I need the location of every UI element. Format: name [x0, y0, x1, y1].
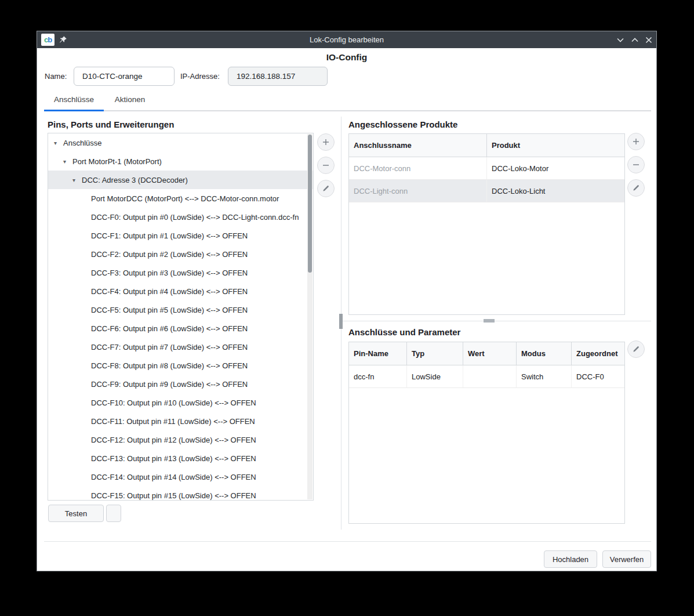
tree-scrollbar-thumb[interactable] — [308, 135, 312, 273]
params-table[interactable]: Pin-NameTypWertModusZugeordnet dcc-fnLow… — [348, 342, 625, 524]
tree-item-label: DCC-F4: Output pin #4 (LowSide) <--> OFF… — [91, 287, 248, 296]
horizontal-splitter — [343, 321, 651, 321]
table-cell: DCC-Light-conn — [349, 180, 487, 202]
tree-item[interactable]: DCC-F15: Output pin #15 (LowSide) <--> O… — [48, 486, 313, 501]
products-section-title: Angeschlossene Produkte — [348, 119, 457, 129]
tab-bar: Anschlüsse Aktionen — [44, 92, 651, 111]
active-tab-indicator — [44, 110, 104, 111]
chevron-up-icon[interactable] — [630, 35, 640, 45]
table-cell: dcc-fn — [349, 365, 407, 387]
tree-item-label: DCC-F15: Output pin #15 (LowSide) <--> O… — [91, 491, 256, 500]
products-table-body: DCC-Motor-connDCC-Loko-MotorDCC-Light-co… — [349, 157, 624, 202]
tree-item-label: DCC: Adresse 3 (DCCDecoder) — [82, 176, 188, 184]
tree-item[interactable]: DCC-F4: Output pin #4 (LowSide) <--> OFF… — [48, 282, 313, 300]
table-row[interactable]: dcc-fnLowSideSwitchDCC-F0 — [349, 365, 624, 388]
tree-item-label: DCC-F8: Output pin #8 (LowSide) <--> OFF… — [91, 361, 248, 370]
column-header[interactable]: Modus — [517, 342, 572, 365]
caret-down-icon[interactable]: ▾ — [63, 158, 72, 165]
pins-section-title: Pins, Ports und Erweiterungen — [48, 119, 174, 129]
table-row[interactable]: DCC-Light-connDCC-Loko-Licht — [349, 180, 624, 202]
products-add-button[interactable] — [627, 133, 645, 150]
tree-item-label: DCC-F9: Output pin #9 (LowSide) <--> OFF… — [91, 380, 248, 389]
lok-config-dialog: cb Lok-Config bearbeiten IO-Config Name:… — [37, 31, 657, 571]
tree-item-label: DCC-F2: Output pin #2 (LowSide) <--> OFF… — [91, 250, 248, 259]
tab-aktionen[interactable]: Aktionen — [104, 92, 156, 109]
tree-item-label: DCC-F3: Output pin #3 (LowSide) <--> OFF… — [91, 269, 248, 277]
name-label: Name: — [45, 72, 67, 81]
tree-scrollbar[interactable] — [307, 134, 313, 499]
tree-item[interactable]: DCC-F9: Output pin #9 (LowSide) <--> OFF… — [48, 375, 313, 393]
window-title: Lok-Config bearbeiten — [37, 31, 656, 48]
titlebar: cb Lok-Config bearbeiten — [37, 31, 656, 48]
tree-item[interactable]: DCC-F13: Output pin #13 (LowSide) <--> O… — [48, 449, 313, 468]
column-header[interactable]: Pin-Name — [349, 342, 407, 365]
tree-item[interactable]: DCC-F7: Output pin #7 (LowSide) <--> OFF… — [48, 338, 313, 356]
column-header[interactable]: Typ — [407, 342, 463, 365]
params-table-header: Pin-NameTypWertModusZugeordnet — [349, 342, 624, 365]
tree-add-button[interactable] — [317, 133, 335, 151]
table-cell: DCC-Loko-Licht — [487, 180, 624, 202]
vertical-splitter-handle[interactable] — [339, 314, 343, 329]
column-header[interactable]: Zugeordnet — [572, 342, 624, 365]
pins-tree[interactable]: ▾Anschlüsse▾Port MotorPt-1 (MotorPort)▾D… — [48, 133, 314, 501]
chevron-down-icon[interactable] — [616, 35, 625, 45]
tree-item[interactable]: DCC-F6: Output pin #6 (LowSide) <--> OFF… — [48, 319, 313, 338]
test-extra-button[interactable] — [106, 505, 121, 522]
close-icon[interactable] — [644, 35, 653, 45]
caret-down-icon[interactable]: ▾ — [72, 177, 82, 183]
tree-item[interactable]: DCC-F2: Output pin #2 (LowSide) <--> OFF… — [48, 245, 313, 263]
tree-item-label: DCC-F14: Output pin #14 (LowSide) <--> O… — [91, 473, 256, 481]
tree-item[interactable]: DCC-F5: Output pin #5 (LowSide) <--> OFF… — [48, 300, 313, 319]
discard-button[interactable]: Verwerfen — [602, 550, 651, 568]
tree-item-label: DCC-F0: Output pin #0 (LowSide) <--> DCC… — [91, 213, 299, 222]
table-cell: DCC-Motor-conn — [349, 157, 487, 179]
params-section-title: Anschlüsse und Parameter — [348, 327, 460, 337]
tree-item[interactable]: DCC-F10: Output pin #10 (LowSide) <--> O… — [48, 393, 313, 412]
tree-item-label: Port MotorPt-1 (MotorPort) — [72, 157, 162, 166]
column-header[interactable]: Wert — [463, 342, 517, 365]
tree-item[interactable]: ▾Port MotorPt-1 (MotorPort) — [48, 152, 313, 171]
tree-item-label: DCC-F13: Output pin #13 (LowSide) <--> O… — [91, 454, 256, 463]
tree-item-label: DCC-F6: Output pin #6 (LowSide) <--> OFF… — [91, 324, 248, 333]
tree-item-label: DCC-F10: Output pin #10 (LowSide) <--> O… — [91, 398, 256, 407]
tab-anschluesse[interactable]: Anschlüsse — [44, 92, 104, 109]
table-cell: DCC-Loko-Motor — [487, 157, 624, 179]
products-edit-button[interactable] — [627, 179, 645, 197]
tree-remove-button[interactable] — [317, 157, 335, 174]
tree-item-label: DCC-F7: Output pin #7 (LowSide) <--> OFF… — [91, 343, 248, 352]
ip-address-field[interactable] — [228, 67, 328, 86]
upload-button[interactable]: Hochladen — [544, 550, 597, 568]
products-remove-button[interactable] — [627, 156, 645, 173]
name-field[interactable] — [74, 67, 175, 86]
tree-item[interactable]: Port MotorDCC (MotorPort) <--> DCC-Motor… — [48, 189, 313, 208]
products-table-header: AnschlussnameProdukt — [349, 134, 624, 157]
tree-item-label: Port MotorDCC (MotorPort) <--> DCC-Motor… — [91, 194, 279, 203]
params-edit-button[interactable] — [627, 340, 645, 358]
table-cell: DCC-F0 — [572, 365, 624, 387]
column-header[interactable]: Anschlussname — [349, 134, 487, 157]
tree-item[interactable]: DCC-F1: Output pin #1 (LowSide) <--> OFF… — [48, 226, 313, 245]
caret-down-icon[interactable]: ▾ — [54, 140, 63, 146]
products-table[interactable]: AnschlussnameProdukt DCC-Motor-connDCC-L… — [348, 133, 625, 315]
tree-item-label: DCC-F11: Output pin #11 (LowSide) <--> O… — [91, 417, 255, 426]
pins-tree-rows: ▾Anschlüsse▾Port MotorPt-1 (MotorPort)▾D… — [48, 133, 313, 501]
ip-address-label: IP-Adresse: — [180, 72, 220, 81]
tree-item[interactable]: DCC-F0: Output pin #0 (LowSide) <--> DCC… — [48, 208, 313, 226]
horizontal-splitter-handle[interactable] — [484, 319, 495, 323]
tree-item[interactable]: DCC-F8: Output pin #8 (LowSide) <--> OFF… — [48, 356, 313, 375]
tree-item-label: DCC-F1: Output pin #1 (LowSide) <--> OFF… — [91, 231, 248, 240]
tree-item[interactable]: DCC-F14: Output pin #14 (LowSide) <--> O… — [48, 468, 313, 486]
tree-item[interactable]: ▾Anschlüsse — [48, 133, 313, 152]
page-title: IO-Config — [37, 52, 656, 63]
tree-item[interactable]: DCC-F3: Output pin #3 (LowSide) <--> OFF… — [48, 263, 313, 282]
column-header[interactable]: Produkt — [487, 134, 624, 157]
tree-item-label: DCC-F5: Output pin #5 (LowSide) <--> OFF… — [91, 306, 248, 314]
tree-item[interactable]: ▾DCC: Adresse 3 (DCCDecoder) — [48, 171, 313, 189]
tree-edit-button[interactable] — [317, 180, 335, 197]
tree-item[interactable]: DCC-F11: Output pin #11 (LowSide) <--> O… — [48, 412, 313, 430]
test-button[interactable]: Testen — [48, 505, 104, 522]
tree-item[interactable]: DCC-F12: Output pin #12 (LowSide) <--> O… — [48, 430, 313, 449]
table-row[interactable]: DCC-Motor-connDCC-Loko-Motor — [349, 157, 624, 180]
tree-item-label: DCC-F12: Output pin #12 (LowSide) <--> O… — [91, 436, 256, 444]
table-cell: LowSide — [407, 365, 463, 387]
